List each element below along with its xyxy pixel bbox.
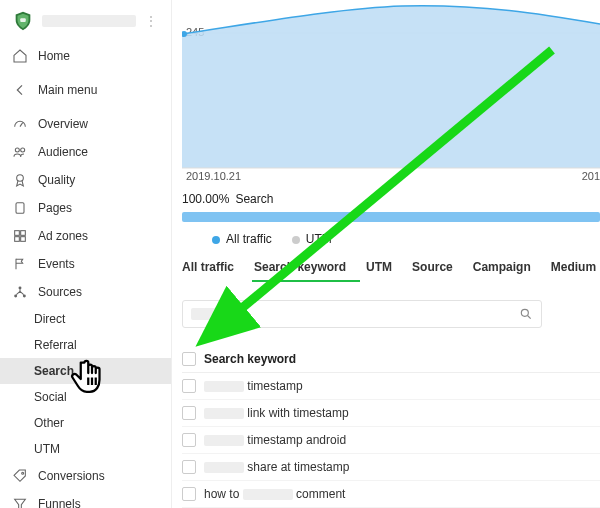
page-icon bbox=[12, 200, 28, 216]
redacted-text bbox=[243, 489, 293, 500]
sidebar-item-home[interactable]: Home bbox=[0, 42, 171, 70]
table-header-row: Search keyword bbox=[182, 346, 600, 373]
percent-bar bbox=[182, 212, 600, 222]
select-all-checkbox[interactable] bbox=[182, 352, 196, 366]
tab-active-underline bbox=[252, 280, 360, 282]
sidebar-item-funnels[interactable]: Funnels bbox=[0, 490, 171, 508]
svg-rect-8 bbox=[15, 237, 20, 242]
table-row[interactable]: timestamp bbox=[182, 373, 600, 400]
sidebar-item-label: Pages bbox=[38, 201, 72, 215]
sidebar-item-label: Ad zones bbox=[38, 229, 88, 243]
grid-icon bbox=[12, 228, 28, 244]
sidebar-item-social[interactable]: Social bbox=[0, 384, 171, 410]
sidebar-item-referral[interactable]: Referral bbox=[0, 332, 171, 358]
search-input-value-mask bbox=[191, 308, 231, 320]
legend-utm[interactable]: UTM bbox=[292, 232, 332, 246]
row-checkbox[interactable] bbox=[182, 379, 196, 393]
sidebar-item-label: Home bbox=[38, 49, 70, 63]
svg-point-17 bbox=[521, 309, 528, 316]
keyword-cell: share at timestamp bbox=[204, 460, 349, 474]
sidebar-main-menu-label: Main menu bbox=[38, 83, 97, 97]
chart-area-icon bbox=[182, 0, 600, 184]
tab-search-keyword[interactable]: Search keyword bbox=[254, 260, 346, 282]
sidebar-item-overview[interactable]: Overview bbox=[0, 110, 171, 138]
sidebar-item-conversions[interactable]: Conversions bbox=[0, 462, 171, 490]
speedometer-icon bbox=[12, 116, 28, 132]
main-content: 245 2019.10.21 201 100.00% Search All tr… bbox=[172, 0, 600, 508]
tab-all-traffic[interactable]: All traffic bbox=[182, 260, 234, 282]
dot-icon bbox=[292, 236, 300, 244]
tab-campaign[interactable]: Campaign bbox=[473, 260, 531, 282]
table-row[interactable]: how to comment bbox=[182, 481, 600, 508]
branch-icon bbox=[12, 284, 28, 300]
svg-rect-5 bbox=[16, 203, 24, 214]
chevron-left-icon bbox=[12, 82, 28, 98]
redacted-text bbox=[204, 435, 244, 446]
tag-icon bbox=[12, 468, 28, 484]
sidebar-item-label: Quality bbox=[38, 173, 75, 187]
table-row[interactable]: share at timestamp bbox=[182, 454, 600, 481]
sidebar-item-quality[interactable]: Quality bbox=[0, 166, 171, 194]
sidebar-item-audience[interactable]: Audience bbox=[0, 138, 171, 166]
sidebar-item-direct[interactable]: Direct bbox=[0, 306, 171, 332]
search-icon bbox=[519, 307, 533, 321]
percent-value: 100.00% bbox=[182, 192, 229, 206]
sidebar-item-adzones[interactable]: Ad zones bbox=[0, 222, 171, 250]
sidebar-item-utm[interactable]: UTM bbox=[0, 436, 171, 462]
traffic-chart: 245 2019.10.21 201 bbox=[182, 0, 600, 184]
svg-point-4 bbox=[17, 175, 24, 182]
row-checkbox[interactable] bbox=[182, 460, 196, 474]
sidebar-item-other[interactable]: Other bbox=[0, 410, 171, 436]
table-row[interactable]: timestamp android bbox=[182, 427, 600, 454]
percent-label: Search bbox=[235, 192, 273, 206]
redacted-text bbox=[204, 462, 244, 473]
svg-line-1 bbox=[20, 123, 23, 127]
dot-icon bbox=[212, 236, 220, 244]
sidebar-item-label: Conversions bbox=[38, 469, 105, 483]
row-checkbox[interactable] bbox=[182, 433, 196, 447]
svg-rect-7 bbox=[21, 231, 26, 236]
sidebar-item-pages[interactable]: Pages bbox=[0, 194, 171, 222]
people-icon bbox=[12, 144, 28, 160]
svg-rect-9 bbox=[21, 237, 26, 242]
legend-all-traffic[interactable]: All traffic bbox=[212, 232, 272, 246]
sidebar-header: ⋮ bbox=[0, 6, 171, 42]
svg-point-2 bbox=[15, 148, 19, 152]
tab-source[interactable]: Source bbox=[412, 260, 453, 282]
svg-point-10 bbox=[19, 287, 22, 290]
sidebar: ⋮ Home Main menu Overview Audience Quali… bbox=[0, 0, 172, 508]
tab-medium[interactable]: Medium bbox=[551, 260, 596, 282]
keyword-cell: timestamp android bbox=[204, 433, 346, 447]
kebab-menu-icon[interactable]: ⋮ bbox=[144, 14, 159, 28]
sidebar-item-label: Events bbox=[38, 257, 75, 271]
column-header-keyword[interactable]: Search keyword bbox=[204, 352, 296, 366]
svg-rect-0 bbox=[20, 18, 26, 22]
sidebar-item-label: Sources bbox=[38, 285, 82, 299]
sidebar-item-label: Audience bbox=[38, 145, 88, 159]
badge-icon bbox=[12, 172, 28, 188]
keyword-cell: how to comment bbox=[204, 487, 345, 501]
site-name-placeholder bbox=[42, 15, 136, 27]
tab-utm[interactable]: UTM bbox=[366, 260, 392, 282]
sidebar-item-label: Funnels bbox=[38, 497, 81, 508]
home-icon bbox=[12, 48, 28, 64]
chart-legend: All traffic UTM bbox=[182, 222, 600, 256]
sidebar-item-sources[interactable]: Sources bbox=[0, 278, 171, 306]
source-tabs: All traffic Search keyword UTM Source Ca… bbox=[182, 256, 600, 282]
svg-point-3 bbox=[21, 148, 25, 152]
funnel-icon bbox=[12, 496, 28, 508]
svg-rect-6 bbox=[15, 231, 20, 236]
sidebar-item-events[interactable]: Events bbox=[0, 250, 171, 278]
redacted-text bbox=[204, 408, 244, 419]
sidebar-item-search[interactable]: Search bbox=[0, 358, 171, 384]
redacted-text bbox=[204, 381, 244, 392]
keyword-cell: timestamp bbox=[204, 379, 303, 393]
row-checkbox[interactable] bbox=[182, 487, 196, 501]
keyword-search-input[interactable] bbox=[182, 300, 542, 328]
row-checkbox[interactable] bbox=[182, 406, 196, 420]
sidebar-main-menu-back[interactable]: Main menu bbox=[0, 76, 171, 104]
percent-breakdown: 100.00% Search bbox=[182, 190, 600, 222]
svg-point-13 bbox=[22, 472, 24, 474]
table-row[interactable]: link with timestamp bbox=[182, 400, 600, 427]
shield-logo-icon bbox=[12, 10, 34, 32]
